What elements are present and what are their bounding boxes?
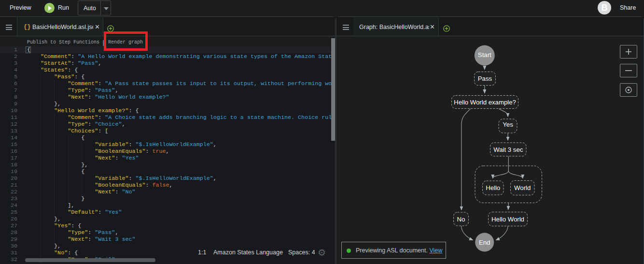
svg-text:Hello World: Hello World: [491, 216, 524, 223]
svg-text:Yes: Yes: [503, 121, 513, 128]
svg-text:Pass: Pass: [478, 75, 492, 82]
svg-text:Wait 3 sec: Wait 3 sec: [493, 146, 523, 153]
svg-text:Start: Start: [478, 51, 491, 59]
svg-text:Hello: Hello: [486, 184, 500, 191]
svg-text:Hello World example?: Hello World example?: [454, 99, 516, 106]
svg-text:World: World: [514, 184, 531, 191]
svg-text:End: End: [479, 239, 490, 246]
svg-text:No: No: [457, 216, 465, 223]
